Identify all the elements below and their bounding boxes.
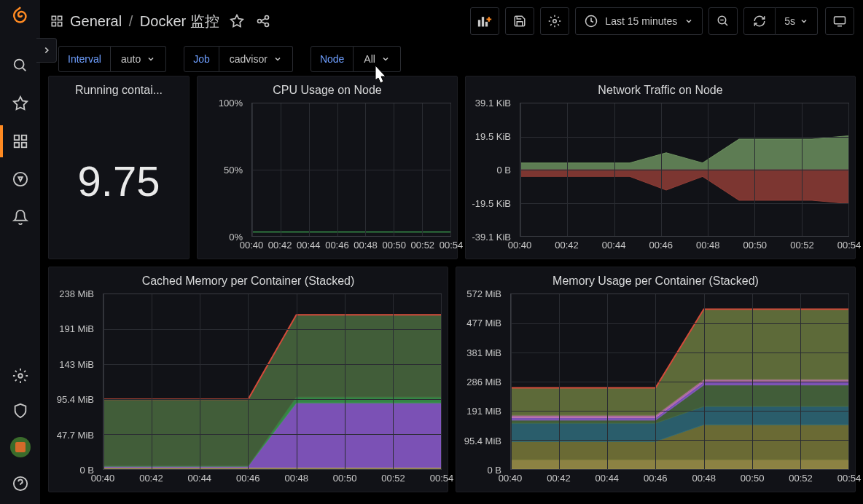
svg-point-18 xyxy=(553,20,557,23)
add-panel-button[interactable] xyxy=(470,7,499,35)
svg-rect-16 xyxy=(482,17,484,26)
panel-title: Memory Usage per Container (Stacked) xyxy=(456,267,855,288)
svg-rect-9 xyxy=(58,16,62,20)
svg-rect-10 xyxy=(52,23,55,26)
grafana-logo[interactable] xyxy=(9,6,31,29)
tv-mode-button[interactable] xyxy=(825,7,854,35)
refresh-button[interactable] xyxy=(743,7,776,35)
dashboards-icon[interactable] xyxy=(12,133,29,150)
svg-rect-8 xyxy=(52,16,55,20)
time-picker[interactable]: Last 15 minutes xyxy=(575,7,703,35)
refresh-interval[interactable]: 5s xyxy=(776,7,818,35)
breadcrumb-folder[interactable]: General xyxy=(70,13,122,29)
header: General / Docker 监控 Last 15 minutes xyxy=(41,0,863,42)
svg-rect-3 xyxy=(14,143,18,147)
chevron-down-icon xyxy=(684,17,693,25)
panel-title: Cached Memory per Container (Stacked) xyxy=(49,267,448,288)
chevron-down-icon xyxy=(273,55,282,63)
panel-memory-usage[interactable]: Memory Usage per Container (Stacked) 572… xyxy=(456,267,856,492)
svg-point-12 xyxy=(257,20,261,23)
search-icon[interactable] xyxy=(12,57,29,74)
var-job-label: Job xyxy=(184,46,219,72)
star-icon[interactable] xyxy=(12,95,29,112)
page-title[interactable]: Docker 监控 xyxy=(140,13,219,29)
var-node-value[interactable]: All xyxy=(354,46,401,72)
save-button[interactable] xyxy=(505,7,534,35)
zoom-out-button[interactable] xyxy=(708,7,738,35)
panel-running-containers[interactable]: Running contai... 9.75 xyxy=(48,76,190,259)
svg-point-5 xyxy=(13,173,26,186)
sidebar xyxy=(0,0,41,504)
svg-rect-11 xyxy=(58,23,62,26)
favorite-button[interactable] xyxy=(230,14,244,28)
svg-point-13 xyxy=(265,16,268,20)
dashboard-icon xyxy=(50,14,64,28)
help-icon[interactable] xyxy=(12,475,29,492)
svg-rect-15 xyxy=(478,20,480,26)
svg-rect-17 xyxy=(485,22,488,27)
var-interval-label: Interval xyxy=(58,46,111,72)
shield-icon[interactable] xyxy=(12,402,29,420)
svg-rect-2 xyxy=(21,135,26,140)
time-range-label: Last 15 minutes xyxy=(605,15,677,27)
chevron-down-icon xyxy=(381,55,390,63)
panel-cached-memory[interactable]: Cached Memory per Container (Stacked) 23… xyxy=(48,267,448,492)
variable-bar: Interval auto Job cadvisor Node All xyxy=(41,42,863,76)
var-job-value[interactable]: cadvisor xyxy=(219,46,293,72)
svg-point-0 xyxy=(14,60,23,69)
settings-icon[interactable] xyxy=(12,367,29,385)
svg-rect-4 xyxy=(21,143,26,147)
svg-point-6 xyxy=(18,374,23,378)
svg-point-14 xyxy=(265,23,268,27)
chevron-down-icon xyxy=(147,55,155,63)
panel-cpu-usage[interactable]: CPU Usage on Node 100%50%0%00:4000:4200:… xyxy=(197,76,458,259)
svg-rect-1 xyxy=(14,135,18,140)
svg-rect-21 xyxy=(835,17,846,24)
dashboard-settings-button[interactable] xyxy=(540,7,569,35)
panel-title: CPU Usage on Node xyxy=(198,76,457,97)
panel-title: Running contai... xyxy=(49,76,189,97)
chevron-down-icon xyxy=(800,17,808,25)
breadcrumb[interactable]: General / Docker 监控 xyxy=(70,12,219,31)
refresh-picker[interactable]: 5s xyxy=(743,7,818,35)
stat-value: 9.75 xyxy=(49,157,189,205)
var-interval-value[interactable]: auto xyxy=(111,46,166,72)
panel-title: Network Traffic on Node xyxy=(466,76,855,97)
alerting-icon[interactable] xyxy=(12,208,29,226)
expand-sidebar-button[interactable] xyxy=(36,38,57,63)
var-node-label: Node xyxy=(311,46,354,72)
avatar[interactable] xyxy=(10,437,31,457)
panel-network-traffic[interactable]: Network Traffic on Node 39.1 KiB19.5 KiB… xyxy=(465,76,856,259)
share-button[interactable] xyxy=(256,14,270,28)
explore-icon[interactable] xyxy=(12,170,29,188)
